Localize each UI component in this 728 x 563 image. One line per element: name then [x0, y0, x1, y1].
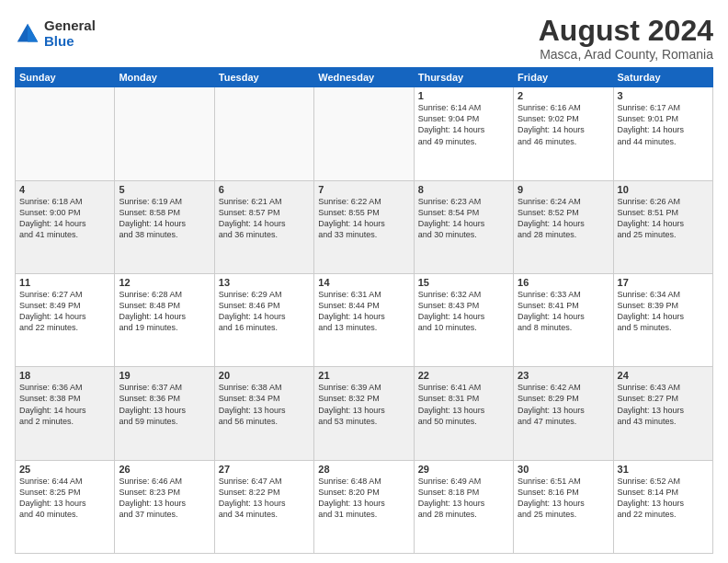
day-number: 9	[518, 184, 609, 195]
header-row: Sunday Monday Tuesday Wednesday Thursday…	[16, 68, 713, 87]
day-info: Sunrise: 6:19 AM Sunset: 8:58 PM Dayligh…	[119, 196, 210, 241]
day-number: 23	[518, 370, 609, 381]
day-number: 2	[518, 90, 609, 101]
table-cell	[115, 87, 214, 180]
table-cell: 21Sunrise: 6:39 AM Sunset: 8:32 PM Dayli…	[314, 367, 414, 460]
day-number: 8	[418, 184, 509, 195]
header: General Blue August 2024 Masca, Arad Cou…	[15, 15, 713, 62]
day-info: Sunrise: 6:29 AM Sunset: 8:46 PM Dayligh…	[219, 289, 310, 334]
day-number: 3	[618, 90, 709, 101]
table-cell	[314, 87, 414, 180]
day-number: 11	[19, 277, 110, 288]
table-cell: 30Sunrise: 6:51 AM Sunset: 8:16 PM Dayli…	[514, 460, 613, 553]
col-friday: Friday	[514, 68, 613, 87]
day-info: Sunrise: 6:42 AM Sunset: 8:29 PM Dayligh…	[518, 382, 609, 427]
table-cell: 2Sunrise: 6:16 AM Sunset: 9:02 PM Daylig…	[514, 87, 613, 180]
table-cell: 13Sunrise: 6:29 AM Sunset: 8:46 PM Dayli…	[214, 273, 313, 366]
day-number: 22	[418, 370, 509, 381]
table-cell: 8Sunrise: 6:23 AM Sunset: 8:54 PM Daylig…	[414, 180, 513, 273]
day-number: 26	[119, 464, 210, 475]
day-info: Sunrise: 6:14 AM Sunset: 9:04 PM Dayligh…	[418, 102, 509, 147]
subtitle: Masca, Arad County, Romania	[539, 47, 713, 62]
logo: General Blue	[15, 18, 96, 49]
day-info: Sunrise: 6:16 AM Sunset: 9:02 PM Dayligh…	[518, 102, 609, 147]
table-cell: 25Sunrise: 6:44 AM Sunset: 8:25 PM Dayli…	[16, 460, 115, 553]
day-number: 17	[618, 277, 709, 288]
day-number: 30	[518, 464, 609, 475]
day-info: Sunrise: 6:24 AM Sunset: 8:52 PM Dayligh…	[518, 196, 609, 241]
table-cell: 6Sunrise: 6:21 AM Sunset: 8:57 PM Daylig…	[214, 180, 313, 273]
table-cell: 7Sunrise: 6:22 AM Sunset: 8:55 PM Daylig…	[314, 180, 414, 273]
logo-blue: Blue	[44, 34, 96, 50]
day-info: Sunrise: 6:27 AM Sunset: 8:49 PM Dayligh…	[19, 289, 110, 334]
table-cell: 17Sunrise: 6:34 AM Sunset: 8:39 PM Dayli…	[613, 273, 712, 366]
title-block: August 2024 Masca, Arad County, Romania	[539, 15, 713, 62]
table-cell: 5Sunrise: 6:19 AM Sunset: 8:58 PM Daylig…	[115, 180, 214, 273]
day-number: 13	[219, 277, 310, 288]
day-info: Sunrise: 6:41 AM Sunset: 8:31 PM Dayligh…	[418, 382, 509, 427]
day-info: Sunrise: 6:31 AM Sunset: 8:44 PM Dayligh…	[318, 289, 409, 334]
day-number: 24	[618, 370, 709, 381]
table-cell	[16, 87, 115, 180]
day-number: 28	[318, 464, 409, 475]
table-cell: 16Sunrise: 6:33 AM Sunset: 8:41 PM Dayli…	[514, 273, 613, 366]
day-number: 31	[618, 464, 709, 475]
day-number: 15	[418, 277, 509, 288]
table-cell: 4Sunrise: 6:18 AM Sunset: 9:00 PM Daylig…	[16, 180, 115, 273]
day-info: Sunrise: 6:36 AM Sunset: 8:38 PM Dayligh…	[19, 382, 110, 427]
calendar-row: 4Sunrise: 6:18 AM Sunset: 9:00 PM Daylig…	[16, 180, 713, 273]
calendar-row: 25Sunrise: 6:44 AM Sunset: 8:25 PM Dayli…	[16, 460, 713, 553]
day-number: 12	[119, 277, 210, 288]
table-cell: 31Sunrise: 6:52 AM Sunset: 8:14 PM Dayli…	[613, 460, 712, 553]
day-info: Sunrise: 6:26 AM Sunset: 8:51 PM Dayligh…	[618, 196, 709, 241]
col-wednesday: Wednesday	[314, 68, 414, 87]
day-number: 21	[318, 370, 409, 381]
main-title: August 2024	[539, 15, 713, 47]
table-cell: 10Sunrise: 6:26 AM Sunset: 8:51 PM Dayli…	[613, 180, 712, 273]
day-info: Sunrise: 6:49 AM Sunset: 8:18 PM Dayligh…	[418, 476, 509, 521]
day-info: Sunrise: 6:44 AM Sunset: 8:25 PM Dayligh…	[19, 476, 110, 521]
day-number: 4	[19, 184, 110, 195]
table-cell: 9Sunrise: 6:24 AM Sunset: 8:52 PM Daylig…	[514, 180, 613, 273]
day-number: 14	[318, 277, 409, 288]
day-number: 29	[418, 464, 509, 475]
logo-icon	[15, 21, 40, 47]
day-number: 1	[418, 90, 509, 101]
table-cell: 22Sunrise: 6:41 AM Sunset: 8:31 PM Dayli…	[414, 367, 513, 460]
day-info: Sunrise: 6:39 AM Sunset: 8:32 PM Dayligh…	[318, 382, 409, 427]
day-info: Sunrise: 6:17 AM Sunset: 9:01 PM Dayligh…	[618, 102, 709, 147]
day-info: Sunrise: 6:38 AM Sunset: 8:34 PM Dayligh…	[219, 382, 310, 427]
day-info: Sunrise: 6:34 AM Sunset: 8:39 PM Dayligh…	[618, 289, 709, 334]
svg-marker-1	[28, 23, 38, 41]
table-cell: 20Sunrise: 6:38 AM Sunset: 8:34 PM Dayli…	[214, 367, 313, 460]
day-number: 6	[219, 184, 310, 195]
day-number: 20	[219, 370, 310, 381]
day-number: 27	[219, 464, 310, 475]
day-info: Sunrise: 6:37 AM Sunset: 8:36 PM Dayligh…	[119, 382, 210, 427]
day-number: 25	[19, 464, 110, 475]
table-cell: 1Sunrise: 6:14 AM Sunset: 9:04 PM Daylig…	[414, 87, 513, 180]
day-info: Sunrise: 6:52 AM Sunset: 8:14 PM Dayligh…	[618, 476, 709, 521]
table-cell: 24Sunrise: 6:43 AM Sunset: 8:27 PM Dayli…	[613, 367, 712, 460]
day-info: Sunrise: 6:18 AM Sunset: 9:00 PM Dayligh…	[19, 196, 110, 241]
col-tuesday: Tuesday	[214, 68, 313, 87]
day-info: Sunrise: 6:46 AM Sunset: 8:23 PM Dayligh…	[119, 476, 210, 521]
table-cell: 3Sunrise: 6:17 AM Sunset: 9:01 PM Daylig…	[613, 87, 712, 180]
calendar-row: 11Sunrise: 6:27 AM Sunset: 8:49 PM Dayli…	[16, 273, 713, 366]
logo-text: General Blue	[44, 18, 96, 49]
col-sunday: Sunday	[16, 68, 115, 87]
calendar-row: 18Sunrise: 6:36 AM Sunset: 8:38 PM Dayli…	[16, 367, 713, 460]
day-info: Sunrise: 6:43 AM Sunset: 8:27 PM Dayligh…	[618, 382, 709, 427]
day-info: Sunrise: 6:28 AM Sunset: 8:48 PM Dayligh…	[119, 289, 210, 334]
table-cell: 26Sunrise: 6:46 AM Sunset: 8:23 PM Dayli…	[115, 460, 214, 553]
calendar: Sunday Monday Tuesday Wednesday Thursday…	[15, 67, 713, 554]
table-cell: 28Sunrise: 6:48 AM Sunset: 8:20 PM Dayli…	[314, 460, 414, 553]
day-info: Sunrise: 6:22 AM Sunset: 8:55 PM Dayligh…	[318, 196, 409, 241]
day-info: Sunrise: 6:23 AM Sunset: 8:54 PM Dayligh…	[418, 196, 509, 241]
table-cell: 27Sunrise: 6:47 AM Sunset: 8:22 PM Dayli…	[214, 460, 313, 553]
day-info: Sunrise: 6:21 AM Sunset: 8:57 PM Dayligh…	[219, 196, 310, 241]
day-number: 10	[618, 184, 709, 195]
table-cell: 11Sunrise: 6:27 AM Sunset: 8:49 PM Dayli…	[16, 273, 115, 366]
calendar-row: 1Sunrise: 6:14 AM Sunset: 9:04 PM Daylig…	[16, 87, 713, 180]
day-info: Sunrise: 6:47 AM Sunset: 8:22 PM Dayligh…	[219, 476, 310, 521]
